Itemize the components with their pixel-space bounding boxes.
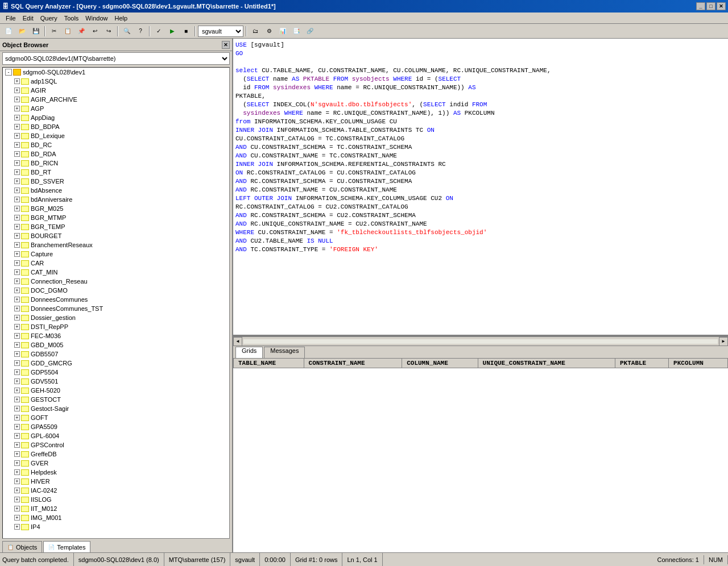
- tree-db-item[interactable]: + bdAnniversaire: [3, 195, 229, 204]
- template-button[interactable]: 📑: [290, 25, 303, 38]
- menu-tools[interactable]: Tools: [61, 14, 82, 23]
- editor-text[interactable]: USE [sgvault] GO select CU.TABLE_NAME, C…: [233, 39, 728, 335]
- tree-db-item[interactable]: + FEC-M036: [3, 331, 229, 340]
- tree-expand-icon[interactable]: +: [14, 242, 20, 248]
- tree-db-item[interactable]: + BD_RDA: [3, 149, 229, 159]
- execute-button[interactable]: ▶: [166, 25, 179, 38]
- parse-button[interactable]: ✓: [152, 25, 165, 38]
- tree-expand-icon[interactable]: +: [14, 478, 20, 484]
- tree-expand-icon[interactable]: +: [14, 506, 20, 511]
- tree-expand-icon[interactable]: +: [14, 488, 20, 493]
- tree-db-item[interactable]: + CAR: [3, 259, 229, 268]
- tree-expand-icon[interactable]: +: [14, 260, 20, 266]
- connection-button[interactable]: 🔗: [304, 25, 316, 38]
- tree-expand-icon[interactable]: +: [14, 197, 20, 202]
- tree-expand-icon[interactable]: +: [14, 206, 20, 211]
- tree-expand-icon[interactable]: +: [14, 515, 20, 521]
- tree-expand-icon[interactable]: +: [14, 115, 20, 120]
- menu-help[interactable]: Help: [111, 14, 131, 23]
- tree-db-item[interactable]: + GPL-6004: [3, 431, 229, 440]
- tree-db-item[interactable]: + IMG_M001: [3, 513, 229, 522]
- database-selector[interactable]: sgvault: [198, 26, 243, 37]
- tree-expand-icon[interactable]: +: [14, 124, 20, 130]
- tree-expand-icon[interactable]: +: [14, 251, 20, 257]
- tree-db-item[interactable]: + DOC_DGMO: [3, 286, 229, 295]
- menu-edit[interactable]: Edit: [19, 14, 37, 23]
- tree-db-item[interactable]: + GBD_M005: [3, 340, 229, 349]
- tree-db-item[interactable]: + AppDiag: [3, 113, 229, 122]
- tree-db-item[interactable]: + GDD_GMCRG: [3, 359, 229, 368]
- objects-tab[interactable]: 📋 Objects: [2, 541, 42, 552]
- tree-db-item[interactable]: + BD_BDPA: [3, 122, 229, 131]
- tree-db-item[interactable]: + AGIR_ARCHIVE: [3, 95, 229, 104]
- new-query-button[interactable]: 📄: [2, 25, 15, 38]
- tree-expand-icon[interactable]: +: [14, 297, 20, 302]
- tree-expand-icon[interactable]: +: [14, 178, 20, 184]
- tree-expand-icon[interactable]: +: [14, 324, 20, 330]
- tree-expand-icon[interactable]: +: [14, 524, 20, 530]
- tree-expand-icon[interactable]: +: [14, 97, 20, 102]
- copy-button[interactable]: 📋: [61, 25, 74, 38]
- stop-button[interactable]: ■: [180, 25, 192, 38]
- tree-db-item[interactable]: + BGR_M025: [3, 204, 229, 213]
- scroll-right-button[interactable]: ►: [719, 337, 728, 346]
- tree-expand-icon[interactable]: +: [14, 169, 20, 175]
- cut-button[interactable]: ✂: [48, 25, 60, 38]
- tree-expand-icon[interactable]: +: [14, 78, 20, 84]
- tree-db-item[interactable]: + BD_RICN: [3, 159, 229, 168]
- maximize-button[interactable]: □: [706, 2, 715, 10]
- results-grid[interactable]: TABLE_NAME CONSTRAINT_NAME COLUMN_NAME U…: [233, 358, 728, 552]
- results-button[interactable]: 📊: [276, 25, 289, 38]
- tree-expand-icon[interactable]: +: [14, 269, 20, 275]
- tree-db-item[interactable]: + adp1SQL: [3, 77, 229, 86]
- tree-db-item[interactable]: + Helpdesk: [3, 468, 229, 477]
- tree-expand-icon[interactable]: +: [14, 424, 20, 430]
- tree-db-item[interactable]: + GOFT: [3, 413, 229, 422]
- tree-expand-icon[interactable]: +: [14, 88, 20, 93]
- tree-db-item[interactable]: + BGR_MTMP: [3, 213, 229, 222]
- tree-db-item[interactable]: + Capture: [3, 249, 229, 259]
- tree-db-item[interactable]: + GDV5501: [3, 377, 229, 386]
- tree-expand-icon[interactable]: +: [14, 188, 20, 193]
- help-button[interactable]: ?: [134, 25, 147, 38]
- tree-expand-icon[interactable]: +: [14, 397, 20, 402]
- connection-selector[interactable]: sdgmo00-SQL028\dev1(MTQ\sbarrette): [2, 52, 230, 65]
- tree-db-item[interactable]: + GVER: [3, 459, 229, 468]
- save-button[interactable]: 💾: [30, 25, 42, 38]
- menu-query[interactable]: Query: [37, 14, 61, 23]
- templates-tab[interactable]: 📄 Templates: [43, 541, 90, 552]
- tree-db-item[interactable]: + BD_Lexique: [3, 131, 229, 140]
- tree-db-item[interactable]: + HIVER: [3, 477, 229, 486]
- redo-button[interactable]: ↪: [102, 25, 115, 38]
- tree-expand-icon[interactable]: +: [14, 160, 20, 166]
- tree-db-item[interactable]: + BD_SSVER: [3, 177, 229, 186]
- tree-expand-icon[interactable]: +: [14, 306, 20, 311]
- tree-expand-icon[interactable]: +: [14, 142, 20, 148]
- tree-db-item[interactable]: + GPA5509: [3, 422, 229, 431]
- tree-db-item[interactable]: + Connection_Reseau: [3, 277, 229, 286]
- tree-expand-icon[interactable]: +: [14, 433, 20, 439]
- tree-db-item[interactable]: + IAC-0242: [3, 486, 229, 495]
- tree-db-item[interactable]: + BGR_TEMP: [3, 222, 229, 231]
- tree-expand-icon[interactable]: +: [14, 497, 20, 502]
- find-button[interactable]: 🔍: [121, 25, 133, 38]
- window-controls[interactable]: _ □ ✕: [696, 2, 726, 10]
- object-browser-button[interactable]: 🗂: [249, 25, 262, 38]
- tree-db-item[interactable]: + IISLOG: [3, 495, 229, 504]
- tree-expand-icon[interactable]: +: [14, 415, 20, 421]
- tree-expand-icon[interactable]: +: [14, 388, 20, 393]
- tree-db-item[interactable]: + Dossier_gestion: [3, 313, 229, 322]
- tree-expand-icon[interactable]: +: [14, 378, 20, 384]
- messages-tab[interactable]: Messages: [264, 347, 305, 358]
- tree-expand-icon[interactable]: +: [14, 451, 20, 457]
- tree-root-node[interactable]: - sdgmo0-SQL028\dev1: [3, 68, 229, 77]
- tree-db-item[interactable]: + BD_RC: [3, 140, 229, 149]
- tree-db-item[interactable]: + IP4: [3, 522, 229, 531]
- close-button[interactable]: ✕: [717, 2, 726, 10]
- grids-tab[interactable]: Grids: [235, 347, 263, 358]
- tree-db-item[interactable]: + AGIR: [3, 86, 229, 95]
- tree-expand-icon[interactable]: +: [14, 333, 20, 339]
- tree-expand-icon[interactable]: +: [14, 369, 20, 375]
- tree-db-item[interactable]: + BD_RT: [3, 168, 229, 177]
- tree-expand-icon[interactable]: +: [14, 315, 20, 321]
